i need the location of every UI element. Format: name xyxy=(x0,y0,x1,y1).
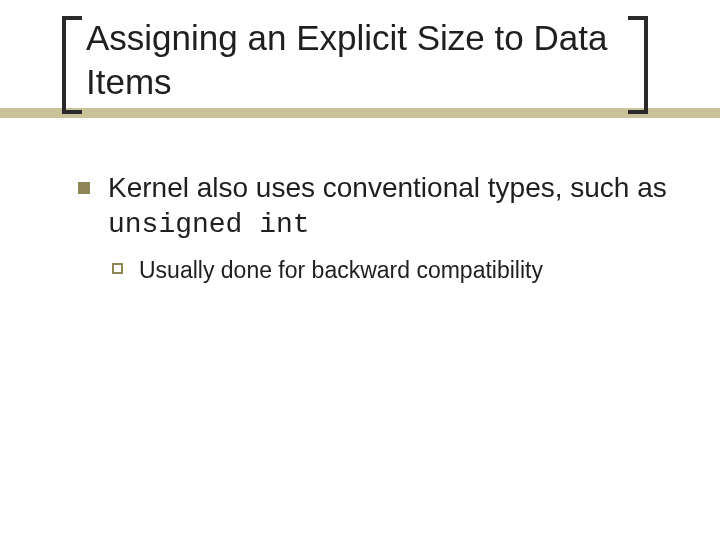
slide: Assigning an Explicit Size to Data Items… xyxy=(0,0,720,540)
bullet-level1: Kernel also uses conventional types, suc… xyxy=(78,170,672,242)
bullet-level1-code: unsigned int xyxy=(108,209,310,240)
bullet-level2: Usually done for backward compatibility xyxy=(112,256,672,286)
slide-body: Kernel also uses conventional types, suc… xyxy=(78,170,672,286)
square-bullet-icon xyxy=(78,182,90,194)
slide-title: Assigning an Explicit Size to Data Items xyxy=(86,16,620,104)
bullet-level2-text: Usually done for backward compatibility xyxy=(139,256,543,286)
title-bracket-right-icon xyxy=(628,16,648,114)
accent-bar xyxy=(0,108,720,118)
bullet-level1-text: Kernel also uses conventional types, suc… xyxy=(108,170,672,242)
title-bracket-left-icon xyxy=(62,16,82,114)
hollow-square-bullet-icon xyxy=(112,263,123,274)
bullet-level1-pretext: Kernel also uses conventional types, suc… xyxy=(108,172,667,203)
